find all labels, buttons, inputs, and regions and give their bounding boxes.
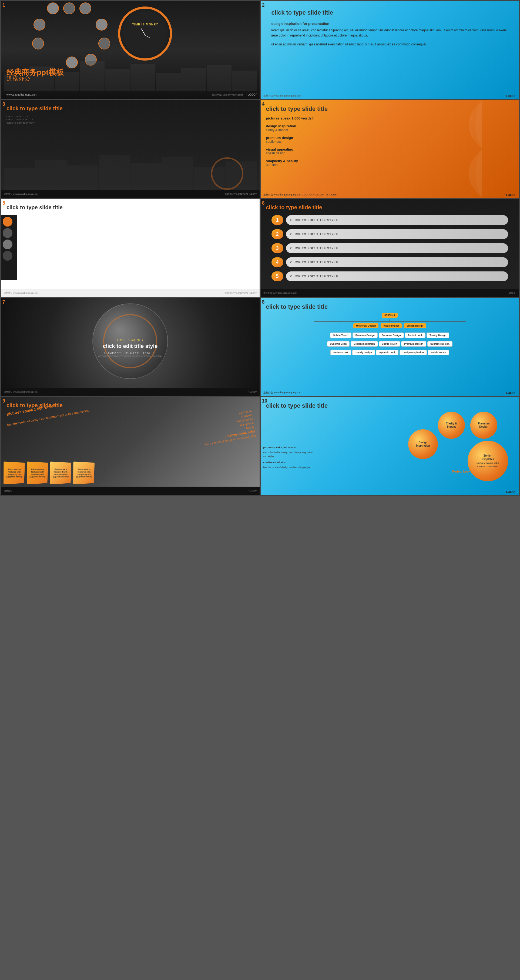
list-item-2[interactable]: 2 CLICK TO EDIT TITLE STYLE xyxy=(271,229,508,239)
item-bar-1: CLICK TO EDIT TITLE STYLE xyxy=(286,215,508,225)
org-l4-2: Trendy Design xyxy=(352,350,375,355)
org-l3-3: Subtle Touch xyxy=(379,341,400,347)
org-l1-2: Visual Impact xyxy=(380,323,402,328)
slide4-item3-title: premium design xyxy=(266,136,514,140)
slide-number-6: 6 xyxy=(262,200,265,206)
slide4-logo: ' LOGO ' xyxy=(504,193,516,197)
org-l2-2: Premium Design xyxy=(352,332,377,338)
slide5-title[interactable]: click to type slide title xyxy=(6,204,63,211)
slide-number-1: 1 xyxy=(2,2,5,8)
slide2-main-title[interactable]: click to type slide title xyxy=(271,9,508,16)
slide2-section-header: design inspiration for presentation xyxy=(271,22,508,26)
slide5-footer-left: 道格办公 www.daogeBangong.com xyxy=(4,291,38,294)
slide10-logo: ' LOGO ' xyxy=(504,490,516,493)
slide-10: 10 click to type slide title Clarity &Im… xyxy=(261,397,519,495)
org-l3-1: Dynamic Look xyxy=(327,341,350,347)
slide9-footer-bar: 道格办公 ' LOGO ' xyxy=(1,487,260,495)
slide7-company-name: COMPANY LOGOTYPE INSERT xyxy=(90,352,171,355)
org-l3-4: Premium Design xyxy=(401,341,426,347)
org-chart-8: 3D Effect Universal Design Visual Impact… xyxy=(263,313,517,357)
company-logotype-1: COMPANY LOGOTYPE INSERT xyxy=(211,94,243,96)
slide9-box-3: Each work is featured with simplicity bu… xyxy=(50,461,71,484)
slide7-main-title[interactable]: click to edit title style xyxy=(90,343,171,349)
slide9-box-4: Each work is featured with simplicity bu… xyxy=(73,461,95,484)
org-l4-5: Subtle Touch xyxy=(428,350,449,355)
num-oval-5: 5 xyxy=(271,271,283,281)
slide7-footer-bar: 道格办公 www.daogeBangong.com ' LOGO ' xyxy=(1,388,260,396)
item-bar-text-3: CLICK TO EDIT TITLE STYLE xyxy=(290,247,338,250)
slide7-footer-left: 道格办公 www.daogeBangong.com xyxy=(4,390,38,393)
org-l3-2: Design Inspiration xyxy=(350,341,378,347)
org-l4-4: Design Inspiration xyxy=(400,350,427,355)
list-item-3[interactable]: 3 CLICK TO EDIT TITLE STYLE xyxy=(271,243,508,253)
slide4-content: pictures speak 1,000 words! design inspi… xyxy=(266,116,514,170)
slide8-title[interactable]: click to type slide title xyxy=(266,303,328,310)
logo-1: ' LOGO ' xyxy=(246,93,257,96)
num-oval-4: 4 xyxy=(271,258,283,267)
list-item-4[interactable]: 4 CLICK TO EDIT TITLE STYLE xyxy=(271,258,508,267)
slide6-items-list: 1 CLICK TO EDIT TITLE STYLE 2 CLICK TO E… xyxy=(271,215,508,285)
slide-9: 9 click to type slide title pictures spe… xyxy=(1,397,260,495)
slide4-item1-title: pictures speak 1,000 words! xyxy=(266,116,514,120)
slide-4: 4 click to type slide title pictures spe… xyxy=(261,100,519,198)
slide-8: 8 click to type slide title 3D Effect Un… xyxy=(261,298,519,396)
slide8-logo: ' LOGO ' xyxy=(504,391,516,395)
circle-stylish-templates: Stylishtemplatescan be a valuable aid to… xyxy=(468,441,508,481)
circle-design-inspiration: DesignInspiration xyxy=(408,429,438,459)
slide7-copyright: COPYRIGHT(C)2008 PPTKOREA CO.,LTD & DESI… xyxy=(90,355,171,357)
slide9-footer-left: 道格办公 xyxy=(4,489,13,492)
item-bar-2: CLICK TO EDIT TITLE STYLE xyxy=(286,229,508,239)
slide2-footer: 道格办公 www.daogeBangong.com xyxy=(263,94,517,98)
slide-number-4: 4 xyxy=(262,101,265,107)
slide-number-5: 5 xyxy=(2,200,5,206)
website-1: www.daogeBangong.com xyxy=(6,93,37,96)
slide6-footer-left: 道格办公 www.daogeBangong.com xyxy=(263,291,297,294)
org-l1-1: Universal Design xyxy=(354,323,379,328)
item-bar-text-1: CLICK TO EDIT TITLE STYLE xyxy=(290,218,338,222)
org-l4-3: Dynamic Look xyxy=(376,350,399,355)
slide4-item3-sub: subtle touch xyxy=(266,140,514,143)
slide2-logo: ' LOGO ' xyxy=(504,94,516,98)
slide10-title[interactable]: click to type slide title xyxy=(266,402,328,409)
org-l3-5: Supreme Design xyxy=(427,341,452,347)
list-item-1[interactable]: 1 CLICK TO EDIT TITLE STYLE xyxy=(271,215,508,225)
slide10-text4: feel the touch of design on the cutting … xyxy=(263,466,317,469)
slide-number-7: 7 xyxy=(2,299,5,305)
item-bar-5: CLICK TO EDIT TITLE STYLE xyxy=(286,271,508,281)
slide6-logo: ' LOGO ' xyxy=(508,292,516,294)
slide4-item5-sub: 3d effect xyxy=(266,163,514,167)
slide-2: 2 click to type slide title design inspi… xyxy=(261,1,519,99)
slide8-footer: 道格办公 www.daogeBangong.com xyxy=(263,391,301,395)
circle-clarity: Clarity &Impact xyxy=(438,412,465,439)
slide3-title[interactable]: click to type slide title xyxy=(6,105,63,111)
org-l2-3: Supreme Design xyxy=(379,332,404,338)
list-item-5[interactable]: 5 CLICK TO EDIT TITLE STYLE xyxy=(271,271,508,281)
slide6-title[interactable]: click to type slide title xyxy=(266,204,322,211)
item-bar-text-5: CLICK TO EDIT TITLE STYLE xyxy=(290,275,338,278)
slide9-right-text: Each work is tailored with simplicity bu… xyxy=(200,409,256,447)
slide10-text1: pictures speak 1,000 words! xyxy=(263,445,317,449)
slide-1: 1 TIME IS MONEY xyxy=(1,1,260,99)
slide3-footer-right: COMPANY LOGOTYPE INSERT xyxy=(225,193,257,195)
slide10-text2: catch the feel of design in contemporary… xyxy=(263,450,317,458)
slide3-footer-bar: 道格办公 www.daogeBangong.com COMPANY LOGOTY… xyxy=(1,190,260,198)
item-bar-text-2: CLICK TO EDIT TITLE STYLE xyxy=(290,232,338,236)
slide5-left-decor xyxy=(1,215,17,280)
time-text-7: TIME IS MONEY xyxy=(90,339,171,342)
slide4-item4-sub: stylish design xyxy=(266,151,514,155)
slide10-left-text: pictures speak 1,000 words! catch the fe… xyxy=(263,445,317,469)
item-bar-3: CLICK TO EDIT TITLE STYLE xyxy=(286,243,508,253)
org-l2-1: Subtle Touch xyxy=(330,332,351,338)
slide3-small-text: CLICK TO EDIT TITLE CLICK TO EDIT SUB TI… xyxy=(6,115,35,125)
slide5-footer-right: COMPANY LOGOTYPE INSERT xyxy=(225,292,257,294)
slide4-item2-sub: clarity & impact xyxy=(266,128,514,132)
slide4-title[interactable]: click to type slide title xyxy=(266,105,328,113)
org-l1-3: Stylish Design xyxy=(404,323,426,328)
num-oval-3: 3 xyxy=(271,243,283,253)
item-bar-4: CLICK TO EDIT TITLE STYLE xyxy=(286,258,508,267)
slide-3: 3 click to type slide title CLICK TO EDI… xyxy=(1,100,260,198)
center-content-7: TIME IS MONEY click to edit title style … xyxy=(90,339,171,357)
slide-number-2: 2 xyxy=(262,2,265,8)
slide3-footer-left: 道格办公 www.daogeBangong.com xyxy=(4,192,38,196)
clock-decor-3 xyxy=(211,158,243,190)
